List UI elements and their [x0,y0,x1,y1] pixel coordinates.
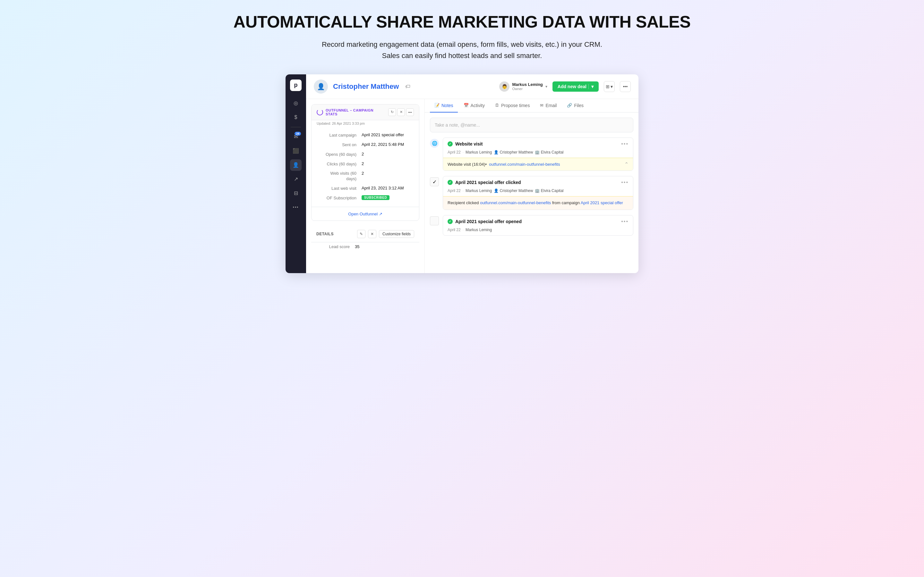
detail-value-lead-score: 35 [355,244,359,249]
stat-value-web-visits: 2 [362,171,364,176]
activity-left-check2 [430,215,439,235]
expand-icon[interactable]: ⌃ [624,161,628,167]
status-dot-clicked-icon [447,180,453,185]
edit-details-button[interactable]: ✎ [357,230,365,238]
owner-info: Markus Leming Owner [512,82,543,91]
activity-person-clicked: Markus Leming [465,189,492,193]
owner-section: 👨 Markus Leming Owner ▾ [499,81,547,92]
left-panel: OUTFUNNEL – CAMPAIGN STATS ↻ ✕ ••• Updat… [306,99,425,273]
stat-opens: Opens (60 days) 2 [312,150,419,159]
check-box2-icon[interactable] [430,216,439,226]
tab-propose-times[interactable]: 🗓 Propose times [491,99,534,113]
campaign-link-clicked[interactable]: April 2021 special offer [581,200,623,205]
activity-item-email-opened: April 2021 special offer opened ••• Apri… [430,215,633,235]
more-options-button[interactable]: ••• [620,81,631,92]
note-input[interactable]: Take a note, @name... [430,118,633,132]
stat-clicks: Clicks (60 days) 2 [312,159,419,169]
campaign-stats-widget: OUTFUNNEL – CAMPAIGN STATS ↻ ✕ ••• Updat… [311,104,419,221]
stat-label-subscription: OF Subscription [317,195,362,201]
status-dot-opened-icon [447,219,453,224]
files-tab-icon: 🔗 [567,103,572,108]
notes-tab-icon: 📝 [435,103,439,108]
right-panel: 📝 Notes 📅 Activity 🗓 Propose times ✉ Ema… [425,99,638,273]
mail-badge: 28 [294,132,301,135]
add-deal-button[interactable]: Add new deal ▾ [552,81,599,92]
detail-link-clicked[interactable]: outfunnel.com/main-outfunnel-benefits [480,200,551,205]
contact-avatar: 👤 [314,79,328,93]
activity-card-header-opened: April 2021 special offer opened ••• [443,215,633,227]
activity-left-check: ✓ [430,176,439,210]
activity-date: April 22 [447,150,461,155]
detail-link-website-visit[interactable]: outfunnel.com/main-outfunnel-benefits [489,162,560,167]
tabs-bar: 📝 Notes 📅 Activity 🗓 Propose times ✉ Ema… [425,99,638,113]
sidebar-item-plugin[interactable]: ⊟ [290,187,302,199]
activity-card-header: Website visit ••• [443,138,633,150]
stat-value-last-web-visit: April 23, 2021 3:12 AM [362,185,404,190]
tag-icon: 🏷 [405,84,410,89]
contact-header: 👤 Cristopher Matthew 🏷 👨 Markus Leming O… [306,74,638,99]
details-title: DETAILS [317,232,355,236]
subscription-badge: SUBSCRIBED [362,195,389,200]
details-section: DETAILS ✎ ✕ Customize fields Lead score … [306,226,425,251]
check-box-icon[interactable]: ✓ [430,177,439,186]
refresh-button[interactable]: ↻ [388,108,396,116]
owner-avatar: 👨 [499,81,509,92]
stat-label-web-visits: Web visits (60days) [317,171,362,182]
activity-more-opened-icon[interactable]: ••• [621,219,628,224]
sidebar-item-target[interactable]: ◎ [290,97,302,109]
close-details-button[interactable]: ✕ [368,230,376,238]
stat-value-last-campaign: April 2021 special offer [362,132,404,137]
stats-table: Last campaign April 2021 special offer S… [312,127,419,207]
owner-role: Owner [512,87,543,91]
email-tab-icon: ✉ [540,103,543,108]
customize-fields-button[interactable]: Customize fields [379,230,414,238]
stat-label-sent-on: Sent on [317,142,362,148]
tab-activity[interactable]: 📅 Activity [459,99,489,113]
tab-files[interactable]: 🔗 Files [562,99,588,113]
activity-contact-clicked: 👤 Cristopher Matthew [494,189,533,193]
contact-name: Cristopher Matthew [333,82,399,91]
activity-company-clicked: 🏢 Elvira Capital [535,189,564,193]
detail-lead-score: Lead score 35 [311,242,419,251]
app-shell: p ◎ $ ✉ 28 ⬛ 👤 ↗ ⊟ ••• 👤 Cristopher Matt… [286,74,638,273]
details-header: DETAILS ✎ ✕ Customize fields [311,226,419,242]
sidebar-item-chart[interactable]: ↗ [290,173,302,185]
tab-email[interactable]: ✉ Email [535,99,561,113]
stat-web-visits: Web visits (60days) 2 [312,169,419,184]
activity-title-website-visit: Website visit [455,141,619,147]
activity-company: 🏢 Elvira Capital [535,150,564,155]
sidebar-logo: p [290,79,302,91]
sidebar-item-dollar[interactable]: $ [290,111,302,123]
globe-icon: 🌐 [430,139,439,148]
stat-last-web-visit: Last web visit April 23, 2021 3:12 AM [312,184,419,193]
sidebar-item-more[interactable]: ••• [290,201,302,213]
activity-card-header-clicked: April 2021 special offer clicked ••• [443,176,633,189]
close-button[interactable]: ✕ [397,108,405,116]
activity-detail-clicked: Recipient clicked outfunnel.com/main-out… [443,196,633,210]
activity-detail-website-visit: Website visit (16:04)• outfunnel.com/mai… [443,158,633,171]
owner-chevron-icon[interactable]: ▾ [545,84,548,89]
open-outfunnel-link[interactable]: Open Outfunnel ↗ [348,211,382,216]
files-tab-label: Files [574,103,583,108]
activity-feed: 🌐 Website visit ••• April 22 · [425,137,638,273]
activity-date-opened: April 22 [447,227,461,232]
tab-notes[interactable]: 📝 Notes [430,99,458,113]
sidebar-item-calendar[interactable]: ⬛ [290,145,302,157]
hero-section: AUTOMATICALLY SHARE MARKETING DATA WITH … [6,13,918,61]
main-content: 👤 Cristopher Matthew 🏷 👨 Markus Leming O… [306,74,638,273]
activity-more-clicked-icon[interactable]: ••• [621,179,628,185]
detail-label-lead-score: Lead score [317,244,355,249]
sidebar-item-mail[interactable]: ✉ 28 [290,131,302,143]
add-deal-label: Add new deal [557,84,586,89]
activity-card-email-clicked: April 2021 special offer clicked ••• Apr… [443,176,633,210]
sidebar-item-contacts[interactable]: 👤 [290,159,302,171]
add-deal-chevron[interactable]: ▾ [588,84,594,89]
widget-more-button[interactable]: ••• [406,108,414,116]
activity-meta-clicked: April 22 · Markus Leming 👤 Cristopher Ma… [443,189,633,196]
email-tab-label: Email [545,103,557,108]
stat-label-opens: Opens (60 days) [317,152,362,157]
widget-header: OUTFUNNEL – CAMPAIGN STATS ↻ ✕ ••• [312,105,419,120]
view-toggle-button[interactable]: ⊞ ▾ [604,81,615,92]
activity-more-icon[interactable]: ••• [621,141,628,147]
activity-left-globe: 🌐 [430,137,439,171]
